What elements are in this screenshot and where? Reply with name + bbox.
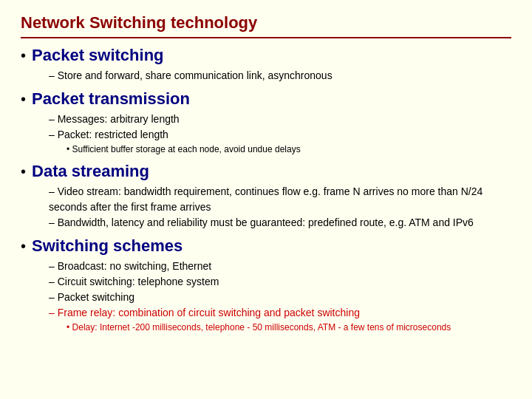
section-switching-schemes: • Switching schemes Broadcast: no switch…: [21, 236, 511, 334]
heading-1: Packet switching: [32, 46, 164, 65]
sub-items-1: Store and forward, share communication l…: [49, 68, 511, 83]
title-divider: [21, 37, 511, 38]
sub-item-1-1: Store and forward, share communication l…: [49, 68, 511, 83]
heading-4: Switching schemes: [32, 236, 183, 256]
sub-item-2-1: Messages: arbitrary length: [49, 112, 511, 127]
sub-items-2: Messages: arbitrary length Packet: restr…: [49, 112, 511, 156]
bullet-dot-3: •: [21, 164, 26, 179]
sub-item-2-2: Packet: restricted length: [49, 127, 511, 143]
slide-title: Network Switching technology: [21, 13, 511, 33]
sub-items-3: Video stream: bandwidth requirement, con…: [49, 184, 511, 231]
heading-3: Data streaming: [32, 162, 149, 181]
slide: Network Switching technology • Packet sw…: [0, 0, 532, 399]
sub-item-4-1: Broadcast: no switching, Ethernet: [49, 259, 511, 274]
bullet-heading-2: • Packet transmission: [21, 89, 511, 109]
sub-item-3-2: Bandwidth, latency and reliability must …: [49, 215, 511, 231]
section-packet-transmission: • Packet transmission Messages: arbitrar…: [21, 89, 511, 156]
sub-item-4-2: Circuit switching: telephone system: [49, 274, 511, 290]
sub-sub-items-2: Sufficient buffer storage at each node, …: [66, 143, 511, 156]
bullet-heading-3: • Data streaming: [21, 162, 511, 181]
title-section: Network Switching technology: [21, 13, 511, 38]
section-data-streaming: • Data streaming Video stream: bandwidth…: [21, 162, 511, 231]
heading-2: Packet transmission: [32, 89, 190, 109]
bullet-dot-2: •: [21, 92, 26, 106]
bullet-heading-1: • Packet switching: [21, 46, 511, 65]
sub-sub-item-2-1: Sufficient buffer storage at each node, …: [66, 143, 511, 156]
sub-item-3-1: Video stream: bandwidth requirement, con…: [49, 184, 511, 215]
sub-items-4: Broadcast: no switching, Ethernet Circui…: [49, 259, 511, 334]
bullet-dot-1: •: [21, 48, 26, 63]
section-packet-switching: • Packet switching Store and forward, sh…: [21, 46, 511, 83]
bullet-heading-4: • Switching schemes: [21, 236, 511, 256]
bullet-dot-4: •: [21, 239, 26, 253]
sub-item-4-3: Packet switching: [49, 290, 511, 305]
sub-sub-item-4-1: Delay: Internet -200 milliseconds, telep…: [66, 321, 511, 334]
sub-sub-items-4: Delay: Internet -200 milliseconds, telep…: [66, 321, 511, 334]
sub-item-4-4: Frame relay: combination of circuit swit…: [49, 305, 511, 321]
